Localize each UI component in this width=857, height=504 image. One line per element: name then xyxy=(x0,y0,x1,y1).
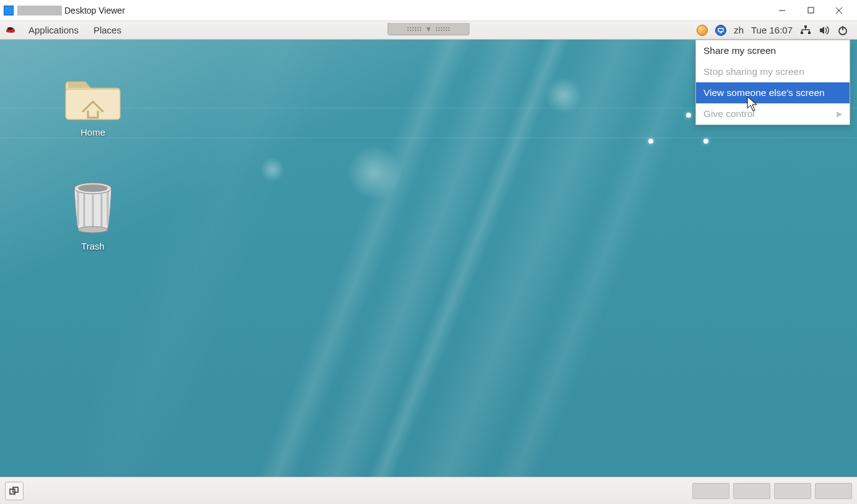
svg-rect-17 xyxy=(10,489,15,494)
menu-places-label: Places xyxy=(94,25,121,35)
viewer-titlebar: Desktop Viewer xyxy=(0,0,857,21)
svg-rect-12 xyxy=(66,89,120,119)
chevron-down-icon: ▼ xyxy=(425,25,432,33)
menu-item-give-control: Give control ▶ xyxy=(696,103,850,124)
input-language-indicator[interactable]: zh xyxy=(734,25,744,35)
menu-item-stop-sharing: Stop sharing my screen xyxy=(696,61,850,82)
desktop-icon-trash[interactable]: Trash xyxy=(56,181,130,251)
bottom-panel xyxy=(0,477,857,504)
screen-share-indicator-icon[interactable] xyxy=(715,25,726,36)
menu-item-view-someone-elses-screen[interactable]: View someone else's screen xyxy=(696,82,850,103)
close-button[interactable] xyxy=(825,1,853,20)
menu-item-label: Give control xyxy=(703,108,755,119)
svg-rect-18 xyxy=(13,487,18,492)
menu-item-label: View someone else's screen xyxy=(703,87,825,98)
notification-face-icon[interactable] xyxy=(697,25,708,36)
trash-icon xyxy=(69,181,117,235)
clock[interactable]: Tue 16:07 xyxy=(751,25,793,35)
power-icon[interactable] xyxy=(837,25,848,36)
svg-point-4 xyxy=(7,27,12,30)
desktop-icon-home-label: Home xyxy=(56,127,130,137)
svg-rect-8 xyxy=(801,32,803,34)
svg-rect-5 xyxy=(718,28,723,32)
redhat-icon xyxy=(5,25,16,36)
desktop-icon-home[interactable]: Home xyxy=(56,71,130,137)
viewer-window-title: Desktop Viewer xyxy=(64,6,125,15)
screen-share-menu: Share my screen Stop sharing my screen V… xyxy=(695,40,850,125)
maximize-button[interactable] xyxy=(796,1,825,20)
taskbar-slot[interactable] xyxy=(733,483,770,499)
workspace-switcher-button[interactable] xyxy=(5,482,24,500)
gnome-top-bar: Applications Places ▼ zh Tue 16:07 xyxy=(0,21,857,40)
svg-rect-7 xyxy=(804,25,807,28)
svg-point-15 xyxy=(78,185,108,192)
menu-places[interactable]: Places xyxy=(86,21,129,39)
menu-item-label: Share my screen xyxy=(703,45,776,56)
network-icon[interactable] xyxy=(800,25,811,36)
taskbar-slot[interactable] xyxy=(815,483,852,499)
taskbar-slot[interactable] xyxy=(692,483,729,499)
minimize-button[interactable] xyxy=(768,1,796,20)
submenu-arrow-icon: ▶ xyxy=(837,110,842,118)
folder-home-icon xyxy=(64,71,121,121)
desktop-icon-trash-label: Trash xyxy=(56,241,130,251)
svg-point-16 xyxy=(78,227,108,233)
system-tray: zh Tue 16:07 xyxy=(697,25,852,36)
taskbar-slot[interactable] xyxy=(774,483,811,499)
volume-icon[interactable] xyxy=(819,25,830,36)
toolbar-handle[interactable]: ▼ xyxy=(388,23,469,35)
svg-rect-9 xyxy=(808,32,811,34)
menu-applications-label: Applications xyxy=(28,25,79,35)
title-redacted-segment xyxy=(17,6,62,15)
menu-item-label: Stop sharing my screen xyxy=(703,66,804,77)
viewer-app-icon xyxy=(4,6,14,15)
menu-applications[interactable]: Applications xyxy=(21,21,86,39)
svg-rect-1 xyxy=(808,7,814,13)
menu-item-share-my-screen[interactable]: Share my screen xyxy=(696,40,850,61)
